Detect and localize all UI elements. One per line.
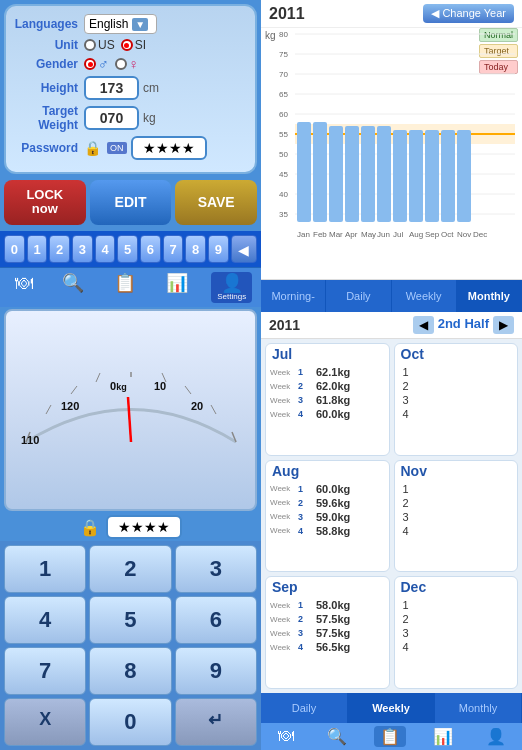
week-number: 3 [298, 628, 316, 638]
gender-male-radio[interactable] [84, 58, 96, 70]
svg-text:65: 65 [279, 90, 288, 99]
digit-8[interactable]: 8 [185, 235, 206, 263]
key-5[interactable]: 5 [89, 596, 171, 644]
target-weight-row: TargetWeight 070 kg [14, 104, 247, 132]
key-2[interactable]: 2 [89, 545, 171, 593]
digit-6[interactable]: 6 [140, 235, 161, 263]
tab-daily[interactable]: Daily [326, 280, 391, 312]
settings-icon: 👤 [221, 274, 243, 292]
gender-row: Gender ♂ ♀ [14, 56, 247, 72]
digit-4[interactable]: 4 [95, 235, 116, 263]
week-label: Week [270, 643, 298, 652]
month-name: Nov [401, 463, 431, 479]
height-input[interactable]: 173 [84, 76, 139, 100]
month-header-aug: Aug [266, 461, 389, 481]
month-block-jul: JulWeek162.1kgWeek262.0kgWeek361.8kgWeek… [265, 343, 390, 456]
key-1[interactable]: 1 [4, 545, 86, 593]
unit-si-radio[interactable] [121, 39, 133, 51]
save-button[interactable]: SAVE [175, 180, 257, 225]
vb-search[interactable]: 🔍 [321, 726, 353, 747]
vb-person[interactable]: 👤 [480, 726, 512, 747]
digit-7[interactable]: 7 [163, 235, 184, 263]
tab-morning[interactable]: Morning- [261, 280, 326, 312]
week-value: 62.1kg [316, 366, 350, 378]
week-row: Week357.5kg [270, 626, 385, 640]
prev-half-button[interactable]: ◀ [413, 316, 434, 334]
week-label: Week [270, 368, 298, 377]
key-7[interactable]: 7 [4, 647, 86, 695]
svg-text:35: 35 [279, 210, 288, 219]
password-stars[interactable]: ★★★★ [131, 136, 207, 160]
languages-label: Languages [14, 17, 84, 31]
digit-0[interactable]: 0 [4, 235, 25, 263]
month-name: Aug [272, 463, 302, 479]
tab-weekly[interactable]: Weekly [392, 280, 457, 312]
vb-list[interactable]: 📋 [374, 726, 406, 747]
key-6[interactable]: 6 [175, 596, 257, 644]
unit-si-option[interactable]: SI [121, 38, 146, 52]
month-block-aug: AugWeek160.0kgWeek259.6kgWeek359.0kgWeek… [265, 460, 390, 573]
lock-button[interactable]: LOCK now [4, 180, 86, 225]
backspace-button[interactable]: ◀ [231, 235, 257, 263]
password-area: 🔒 ON ★★★★ [84, 136, 207, 160]
target-weight-input[interactable]: 070 [84, 106, 139, 130]
digit-9[interactable]: 9 [208, 235, 229, 263]
key-x[interactable]: X [4, 698, 86, 746]
gender-female-radio[interactable] [115, 58, 127, 70]
key-4[interactable]: 4 [4, 596, 86, 644]
nav-search-icon[interactable]: 🔍 [56, 272, 90, 303]
nav-chart-icon[interactable]: 📊 [160, 272, 194, 303]
nav-list-icon[interactable]: 📋 [108, 272, 142, 303]
week-number: 2 [403, 497, 417, 509]
key-3[interactable]: 3 [175, 545, 257, 593]
digit-5[interactable]: 5 [117, 235, 138, 263]
gender-female-option[interactable]: ♀ [115, 56, 140, 72]
svg-rect-46 [441, 130, 455, 222]
week-number: 4 [298, 526, 316, 536]
gender-male-option[interactable]: ♂ [84, 56, 109, 72]
language-dropdown[interactable]: English ▼ [84, 14, 157, 34]
vb-food[interactable]: 🍽 [272, 726, 300, 747]
svg-text:10: 10 [154, 380, 166, 392]
key-0[interactable]: 0 [89, 698, 171, 746]
next-half-button[interactable]: ▶ [493, 316, 514, 334]
nav-food-icon[interactable]: 🍽 [9, 272, 39, 303]
gender-label: Gender [14, 57, 84, 71]
key-9[interactable]: 9 [175, 647, 257, 695]
week-row: Week158.0kg [270, 598, 385, 612]
vb-graph[interactable]: 📊 [427, 726, 459, 747]
unit-us-option[interactable]: US [84, 38, 115, 52]
week-value: 57.5kg [316, 627, 350, 639]
svg-rect-47 [457, 130, 471, 222]
svg-line-1 [46, 405, 51, 414]
key-enter[interactable]: ↵ [175, 698, 257, 746]
svg-text:Nov: Nov [457, 230, 471, 239]
month-header-sep: Sep [266, 577, 389, 597]
svg-rect-38 [313, 122, 327, 222]
key-8[interactable]: 8 [89, 647, 171, 695]
week-row: Week359.0kg [270, 510, 385, 524]
edit-button[interactable]: EDIT [90, 180, 172, 225]
svg-rect-42 [377, 126, 391, 222]
week-label: Week [270, 382, 298, 391]
digit-3[interactable]: 3 [72, 235, 93, 263]
nav-settings-icon[interactable]: 👤 Settings [211, 272, 252, 303]
bottom-tab-weekly[interactable]: Weekly [348, 693, 435, 723]
bottom-tab-daily[interactable]: Daily [261, 693, 348, 723]
lock-icon: 🔒 [84, 140, 101, 156]
week-value: 62.0kg [316, 380, 350, 392]
digit-2[interactable]: 2 [49, 235, 70, 263]
calendar-header: 2011 ◀ 2nd Half ▶ [261, 312, 522, 339]
week-row: Week162.1kg [270, 365, 385, 379]
languages-row: Languages English ▼ [14, 14, 247, 34]
digit-1[interactable]: 1 [27, 235, 48, 263]
week-value: 59.6kg [316, 497, 350, 509]
height-row: Height 173 cm [14, 76, 247, 100]
action-buttons: LOCK now EDIT SAVE [4, 180, 257, 225]
bottom-tab-monthly[interactable]: Monthly [435, 693, 522, 723]
change-year-button[interactable]: ◀ Change Year [423, 4, 514, 23]
tab-monthly[interactable]: Monthly [457, 280, 522, 312]
week-row: Week262.0kg [270, 379, 385, 393]
svg-line-2 [71, 386, 77, 394]
unit-us-radio[interactable] [84, 39, 96, 51]
